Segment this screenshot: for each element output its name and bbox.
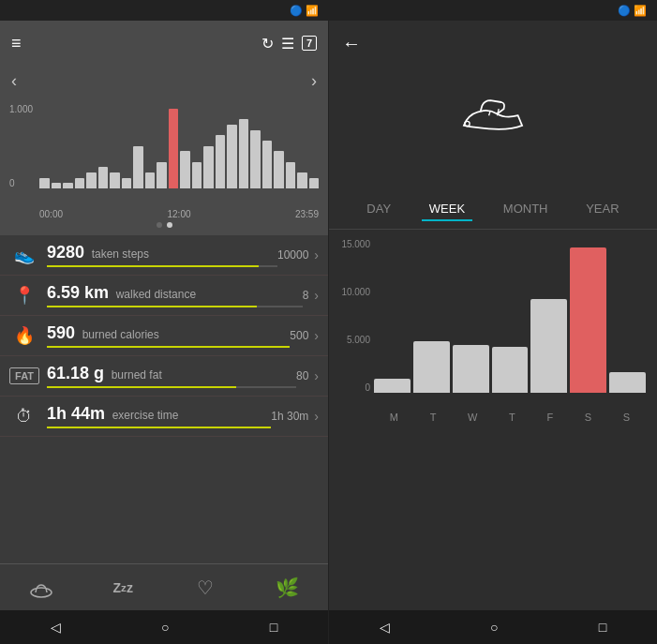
chart-y-labels: 1.000 0	[9, 104, 33, 190]
app-header: ≡ ↻ ☰ 7	[0, 21, 328, 66]
chart-bar	[63, 104, 73, 188]
progress-bar-bg-4	[47, 427, 271, 428]
chart-bar	[239, 104, 249, 188]
period-tab-week[interactable]: WEEK	[422, 198, 472, 221]
right-x-labels: MTWTFSS	[340, 412, 646, 423]
stat-icon-0: 👟	[9, 245, 39, 265]
chart-bar	[110, 104, 120, 188]
stat-text-1: 6.59 km walked distance	[39, 283, 303, 307]
stat-target-2: 500	[290, 329, 308, 342]
recents-button-right[interactable]: □	[599, 620, 606, 635]
chart-bars	[39, 104, 319, 188]
right-y-labels: 15.000 10.000 5.000 0	[340, 239, 374, 408]
right-panel: ← DAYWEEKMONTHYEAR 15.000	[329, 21, 657, 644]
week-range	[329, 66, 657, 77]
shoe-icon	[455, 90, 530, 137]
steps-chart-area: 1.000 0 00:00 12:00 23:59	[0, 97, 328, 235]
chart-bar	[297, 104, 307, 188]
nav-steps[interactable]	[0, 577, 82, 598]
right-status-bar: 🔵 📶	[329, 0, 658, 21]
menu-button[interactable]: ≡	[11, 34, 22, 53]
period-tabs: DAYWEEKMONTHYEAR	[329, 190, 657, 230]
left-panel: ≡ ↻ ☰ 7 ‹ › 1.000 0 0	[0, 21, 328, 644]
stat-arrow-0: ›	[314, 247, 319, 262]
steps-chart: 1.000 0	[9, 104, 319, 207]
recents-button-left[interactable]: □	[270, 620, 277, 635]
stat-arrow-3: ›	[314, 368, 319, 383]
stat-arrow-1: ›	[314, 288, 319, 303]
chart-bar	[122, 104, 132, 188]
right-chart-bar	[413, 239, 450, 393]
chart-x-labels: 00:00 12:00 23:59	[39, 209, 319, 219]
stat-row[interactable]: 🔥 590 burned calories 500 ›	[0, 316, 328, 356]
stat-target-1: 8	[303, 289, 309, 302]
chart-bar	[286, 104, 296, 188]
chart-bar	[133, 104, 143, 188]
progress-bar-fill-3	[47, 386, 236, 388]
nav-sleep[interactable]: Zzz	[82, 580, 165, 595]
stat-row[interactable]: 📍 6.59 km walked distance 8 ›	[0, 276, 328, 316]
period-tab-day[interactable]: DAY	[359, 198, 398, 221]
bottom-nav: Zzz ♡ 🌿	[0, 563, 328, 610]
chart-bar	[192, 104, 202, 188]
progress-bar-bg-3	[47, 386, 296, 388]
stat-text-2: 590 burned calories	[39, 323, 290, 348]
svg-point-0	[31, 588, 52, 597]
stat-row[interactable]: FAT 61.18 g burned fat 80 ›	[0, 356, 328, 397]
right-chart-bar	[374, 239, 411, 393]
stat-icon-1: 📍	[9, 285, 39, 306]
next-date-button[interactable]: ›	[311, 71, 317, 91]
back-button-right[interactable]: ◁	[380, 620, 390, 635]
chart-bar	[250, 104, 261, 188]
back-button-left[interactable]: ◁	[51, 620, 61, 635]
chart-bar	[309, 104, 320, 188]
back-arrow-button[interactable]: ←	[342, 33, 361, 54]
stat-text-4: 1h 44m exercise time	[39, 404, 271, 428]
chart-bar	[39, 104, 50, 188]
day-icon[interactable]: 7	[302, 36, 317, 51]
stat-row[interactable]: 👟 9280 taken steps 10000 ›	[0, 235, 328, 276]
left-status-bar: 🔵 📶	[0, 0, 329, 21]
list-icon[interactable]: ☰	[281, 35, 294, 52]
progress-bar-bg-1	[47, 306, 303, 307]
period-tab-year[interactable]: YEAR	[578, 198, 626, 221]
big-stat	[329, 144, 657, 190]
home-button-left[interactable]: ○	[161, 620, 169, 635]
stat-row[interactable]: ⏱ 1h 44m exercise time 1h 30m ›	[0, 397, 328, 437]
right-header: ←	[329, 21, 657, 66]
stat-target-4: 1h 30m	[271, 410, 308, 423]
right-chart: 15.000 10.000 5.000 0 MTWTFSS	[329, 230, 657, 610]
right-sys-nav: ◁ ○ □	[329, 610, 657, 644]
stat-target-3: 80	[296, 369, 308, 382]
refresh-icon[interactable]: ↻	[261, 35, 274, 52]
nav-heart[interactable]: ♡	[164, 577, 246, 599]
period-tab-month[interactable]: MONTH	[496, 198, 556, 221]
chart-bar	[262, 104, 273, 188]
progress-bar-fill-1	[47, 306, 257, 307]
chart-bar	[98, 104, 109, 188]
stat-text-3: 61.18 g burned fat	[39, 364, 296, 388]
shoe-icon-area	[329, 77, 657, 144]
chart-bar	[216, 104, 226, 188]
stat-icon-2: 🔥	[9, 325, 39, 346]
home-button-right[interactable]: ○	[490, 620, 498, 635]
chart-bar	[52, 104, 62, 188]
right-status-icons: 🔵 📶	[618, 5, 650, 17]
stats-list: 👟 9280 taken steps 10000 › 📍 6.59 km wal…	[0, 235, 328, 563]
right-chart-bar	[609, 239, 646, 393]
chart-bar	[157, 104, 167, 188]
chart-bar	[145, 104, 156, 188]
right-chart-bar	[453, 239, 489, 393]
progress-bar-fill-2	[47, 346, 290, 348]
chart-bar	[227, 104, 237, 188]
chart-dots	[9, 222, 319, 228]
header-icons: ↻ ☰ 7	[261, 35, 317, 52]
left-sys-nav: ◁ ○ □	[0, 610, 328, 644]
left-status-icons: 🔵 📶	[290, 5, 321, 17]
right-chart-bars	[374, 239, 646, 408]
progress-bar-bg-0	[47, 265, 277, 267]
stat-arrow-2: ›	[314, 328, 319, 343]
nav-wellness[interactable]: 🌿	[246, 577, 329, 599]
chart-bar	[274, 104, 284, 188]
prev-date-button[interactable]: ‹	[11, 71, 17, 91]
